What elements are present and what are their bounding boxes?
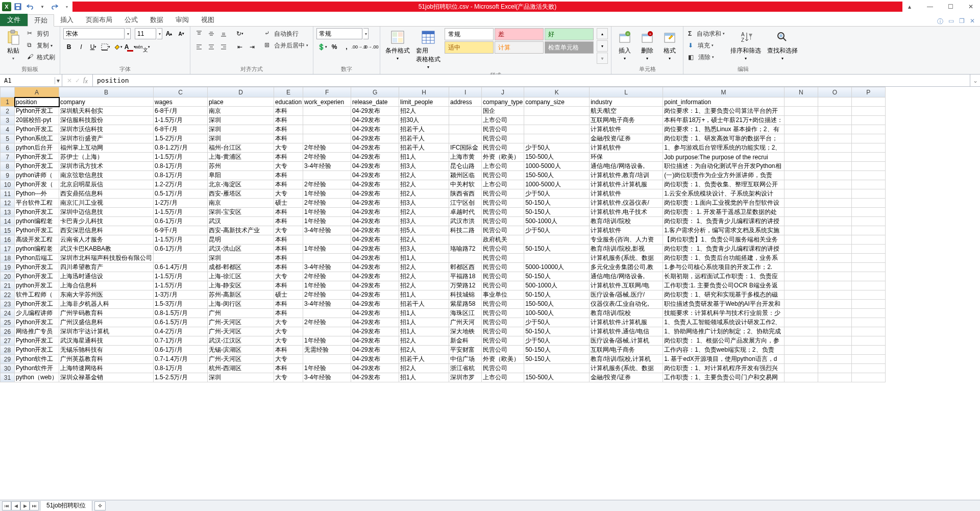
row-header[interactable]: 9 — [1, 171, 15, 180]
cell[interactable] — [784, 373, 818, 382]
cell[interactable] — [524, 107, 590, 116]
cell[interactable] — [784, 290, 818, 300]
cell[interactable]: 深圳市讯方技术 — [59, 162, 154, 171]
cell[interactable]: 中信广场 — [449, 355, 482, 364]
cell[interactable]: 大专 — [274, 272, 303, 281]
cell[interactable]: 深圳市北科瑞声科技股份有限公司 — [59, 254, 154, 263]
indent-increase-icon[interactable]: ⇥ — [247, 41, 258, 53]
cell[interactable]: 武汉海星通科技 — [59, 336, 154, 346]
cell[interactable]: 南京 — [208, 199, 274, 208]
cell[interactable] — [784, 116, 818, 125]
cell[interactable] — [784, 281, 818, 290]
cell[interactable]: 计算机软件 — [590, 125, 663, 134]
cell[interactable]: 1-1.5万/月 — [154, 272, 208, 281]
cell[interactable]: 上海特速网络科 — [59, 364, 154, 373]
cell[interactable]: 通信/电信/网络设备, — [590, 272, 663, 281]
cell[interactable]: 04-29发布 — [351, 290, 399, 300]
cell[interactable]: 3-4年经验 — [303, 162, 351, 171]
cell[interactable]: 0.8-1万/月 — [154, 162, 208, 171]
cell[interactable]: 2年经验 — [303, 153, 351, 162]
cell[interactable]: 计算机软件,教育/培训 — [590, 171, 663, 180]
cell[interactable]: 本科 — [274, 300, 303, 309]
cell[interactable]: 6-8千/月 — [154, 125, 208, 134]
cell[interactable] — [818, 171, 851, 180]
cell[interactable]: position — [15, 98, 59, 107]
cell[interactable]: 0.7-1万/月 — [154, 336, 208, 346]
cell[interactable]: 1年经验 — [303, 336, 351, 346]
cell[interactable]: 本科 — [274, 107, 303, 116]
cell[interactable]: python后台开 — [15, 143, 59, 153]
row-header[interactable]: 17 — [1, 245, 15, 254]
cell[interactable]: 计算机软件,电子技术 — [590, 208, 663, 217]
cell[interactable]: place — [208, 98, 274, 107]
cell[interactable]: 0.8-1万/月 — [154, 171, 208, 180]
align-left-icon[interactable] — [193, 41, 205, 53]
cell[interactable]: 硕士 — [274, 290, 303, 300]
cell[interactable]: 50-150人 — [524, 245, 590, 254]
cell[interactable]: 0.6-1.4万/月 — [154, 263, 208, 272]
cell[interactable]: 民营公司 — [482, 336, 524, 346]
cell[interactable]: 无锡-滨湖区 — [208, 346, 274, 355]
cell[interactable]: 新金科 — [449, 336, 482, 346]
cell[interactable]: 武汉 — [208, 217, 274, 226]
cell[interactable]: 大专 — [274, 189, 303, 199]
orientation-icon[interactable]: ↻▾ — [234, 28, 246, 39]
cell[interactable]: 大专 — [274, 373, 303, 382]
cell[interactable]: python讲师（ — [15, 171, 59, 180]
cell[interactable] — [449, 107, 482, 116]
cell[interactable]: 本科 — [274, 208, 303, 217]
cell[interactable]: 浙江省杭 — [449, 364, 482, 373]
cell[interactable] — [851, 245, 885, 254]
cell[interactable]: 上海非夕机器人科 — [59, 300, 154, 309]
cell[interactable]: 1年经验 — [303, 364, 351, 373]
cell[interactable] — [851, 171, 885, 180]
cancel-formula-icon[interactable]: ✕ — [67, 77, 72, 84]
cell[interactable]: 计算机服务(系统、数据 — [590, 254, 663, 263]
cell[interactable]: 本科 — [274, 235, 303, 245]
cell[interactable]: 大专 — [274, 226, 303, 235]
col-header-A[interactable]: A — [15, 87, 59, 98]
cell[interactable]: 2年经验 — [303, 272, 351, 281]
cell[interactable]: 医疗设备/器械,计算机 — [590, 336, 663, 346]
cell[interactable]: 本科 — [274, 116, 303, 125]
file-tab[interactable]: 文件 — [0, 14, 28, 26]
font-size-combo[interactable]: 11 — [135, 28, 156, 39]
cell[interactable]: 招若干人 — [399, 143, 449, 153]
cell[interactable]: 04-29发布 — [351, 189, 399, 199]
cell[interactable]: 无锡乐驰科技有 — [59, 346, 154, 355]
cell[interactable]: 1-1.5万/月 — [154, 116, 208, 125]
cell[interactable]: 西安深思信息科 — [59, 226, 154, 235]
cell[interactable] — [851, 281, 885, 290]
row-header[interactable]: 3 — [1, 116, 15, 125]
row-header[interactable]: 19 — [1, 263, 15, 272]
align-right-icon[interactable] — [218, 41, 229, 53]
cell[interactable]: 西安-雁塔区 — [208, 189, 274, 199]
style-bad[interactable]: 差 — [495, 28, 544, 40]
cell[interactable]: 大专 — [274, 162, 303, 171]
cell[interactable] — [784, 327, 818, 336]
row-header[interactable]: 22 — [1, 290, 15, 300]
cell[interactable]: 紫星路58 — [449, 300, 482, 309]
col-header-C[interactable]: C — [154, 87, 208, 98]
cell[interactable] — [784, 272, 818, 281]
sort-filter-button[interactable]: AZ 排序和筛选▾ — [728, 28, 763, 62]
formula-bar[interactable] — [93, 75, 970, 86]
cell[interactable]: 04-29发布 — [351, 107, 399, 116]
cell[interactable]: 1、参与游戏后台管理系统的功能实现；2、 — [663, 143, 785, 153]
cell[interactable]: 民营公司 — [482, 272, 524, 281]
cell[interactable] — [784, 143, 818, 153]
cell[interactable] — [303, 134, 351, 143]
bold-icon[interactable]: B — [63, 41, 75, 53]
cell[interactable]: Python开发工 — [15, 162, 59, 171]
col-header-H[interactable]: H — [399, 87, 449, 98]
cell[interactable] — [784, 134, 818, 143]
cell[interactable]: 本科 — [274, 171, 303, 180]
font-size-dropdown-icon[interactable]: ▾ — [157, 28, 162, 39]
col-header-L[interactable]: L — [590, 87, 663, 98]
cell[interactable]: 50-150人 — [524, 327, 590, 336]
italic-icon[interactable]: I — [76, 41, 87, 53]
cell[interactable] — [818, 245, 851, 254]
cell[interactable]: 20届校招-pyt — [15, 116, 59, 125]
cell[interactable]: 民营公司 — [482, 199, 524, 208]
cell[interactable]: 0.7-1.4万/月 — [154, 355, 208, 364]
